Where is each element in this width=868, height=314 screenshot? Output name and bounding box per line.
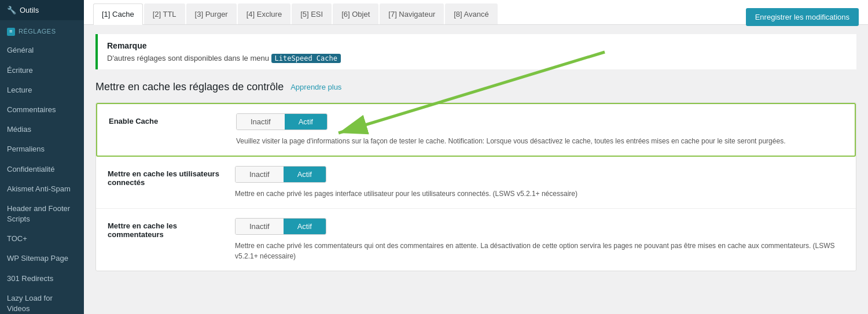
notice-text: D'autres réglages sont disponibles dans … xyxy=(107,54,847,62)
sidebar-item-301-redirects[interactable]: 301 Redirects xyxy=(0,269,84,289)
sidebar-item-ecriture[interactable]: Écriture xyxy=(0,61,84,80)
notice-title: Remarque xyxy=(107,41,847,50)
sidebar-item-akismet[interactable]: Akismet Anti-Spam xyxy=(0,179,84,199)
sidebar-reglages-header: ≡ Réglages xyxy=(0,20,84,40)
tab-navigateur[interactable]: [7] Navigateur xyxy=(380,3,444,24)
notice-link[interactable]: LiteSpeed Cache xyxy=(271,54,341,63)
users-active-btn[interactable]: Actif xyxy=(284,167,326,182)
sidebar-item-general[interactable]: Général xyxy=(0,40,84,60)
sidebar-tools-label: Outils xyxy=(20,6,39,14)
commentators-active-btn[interactable]: Actif xyxy=(284,219,326,234)
commentators-label: Mettre en cache les commentateurs xyxy=(108,218,235,239)
sidebar-item-permaliens[interactable]: Permaliens xyxy=(0,139,84,159)
settings-table: Enable Cache Inactif Actif Veuillez visi… xyxy=(95,102,856,271)
tab-avance[interactable]: [8] Avancé xyxy=(445,3,497,24)
section-title: Mettre en cache les réglages de contrôle xyxy=(95,81,284,93)
settings-row-enable-cache: Enable Cache Inactif Actif Veuillez visi… xyxy=(96,103,856,157)
section-heading: Mettre en cache les réglages de contrôle… xyxy=(95,81,856,93)
sidebar-item-toc[interactable]: TOC+ xyxy=(0,229,84,249)
commentators-desc: Mettre en cache privé les commentateurs … xyxy=(235,241,844,261)
tab-exclure[interactable]: [4] Exclure xyxy=(238,3,290,24)
sidebar-item-medias[interactable]: Médias xyxy=(0,120,84,139)
commentators-toggle: Inactif Actif xyxy=(235,218,326,235)
users-desc: Mettre en cache privé les pages interfac… xyxy=(235,189,844,199)
sidebar: 🔧 Outils ≡ Réglages Général Écriture Lec… xyxy=(0,0,84,314)
settings-row-users: Mettre en cache les utilisateurs connect… xyxy=(96,157,856,209)
users-control: Inactif Actif Mettre en cache privé les … xyxy=(235,166,844,199)
tools-icon: 🔧 xyxy=(7,6,16,14)
tab-purger[interactable]: [3] Purger xyxy=(186,3,237,24)
sidebar-tools-item[interactable]: 🔧 Outils xyxy=(0,0,84,20)
tab-cache[interactable]: [1] Cache xyxy=(93,3,143,25)
sidebar-item-commentaires[interactable]: Commentaires xyxy=(0,100,84,120)
enable-cache-active-btn[interactable]: Actif xyxy=(285,114,327,130)
tab-esi[interactable]: [5] ESI xyxy=(292,3,332,24)
users-inactive-btn[interactable]: Inactif xyxy=(236,167,284,182)
enable-cache-label: Enable Cache xyxy=(109,113,236,125)
notice-box: Remarque D'autres réglages sont disponib… xyxy=(95,34,856,69)
users-toggle: Inactif Actif xyxy=(235,166,326,183)
main-wrapper: Enregistrer les modifications [1] Cache … xyxy=(84,0,868,314)
enable-cache-toggle: Inactif Actif xyxy=(236,113,328,130)
sidebar-item-header-footer[interactable]: Header and Footer Scripts xyxy=(0,199,84,229)
enable-cache-control: Inactif Actif Veuillez visiter la page d… xyxy=(236,113,843,146)
sidebar-item-lecture[interactable]: Lecture xyxy=(0,80,84,100)
commentators-inactive-btn[interactable]: Inactif xyxy=(236,219,284,234)
enable-cache-desc: Veuillez visiter la page d'informations … xyxy=(236,136,843,146)
sidebar-item-wp-sitemap[interactable]: WP Sitemap Page xyxy=(0,249,84,268)
save-button[interactable]: Enregistrer les modifications xyxy=(746,8,859,26)
save-button-container: Enregistrer les modifications xyxy=(746,8,859,26)
learn-more-link[interactable]: Apprendre plus xyxy=(290,83,341,91)
sidebar-item-lazy-load[interactable]: Lazy Load for Videos xyxy=(0,289,84,314)
users-label: Mettre en cache les utilisateurs connect… xyxy=(108,166,235,187)
settings-row-commentators: Mettre en cache les commentateurs Inacti… xyxy=(96,209,856,271)
reglages-icon: ≡ xyxy=(7,28,15,36)
content-area: Remarque D'autres réglages sont disponib… xyxy=(84,25,868,292)
main-content: [1] Cache [2] TTL [3] Purger [4] Exclure… xyxy=(84,0,868,314)
sidebar-item-confidentialite[interactable]: Confidentialité xyxy=(0,160,84,179)
enable-cache-inactive-btn[interactable]: Inactif xyxy=(237,114,285,130)
tab-ttl[interactable]: [2] TTL xyxy=(144,3,185,24)
commentators-control: Inactif Actif Mettre en cache privé les … xyxy=(235,218,844,261)
tab-objet[interactable]: [6] Objet xyxy=(333,3,378,24)
